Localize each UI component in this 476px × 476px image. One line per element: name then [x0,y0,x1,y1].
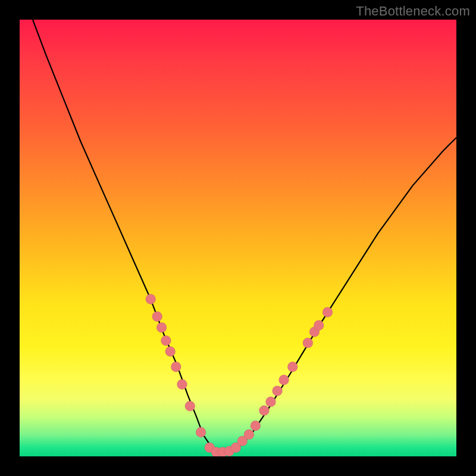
data-dot [244,430,254,440]
chart-frame: TheBottleneck.com [0,0,476,476]
data-dot [266,397,276,407]
data-dot [165,346,176,356]
data-dot [161,336,171,346]
data-dot [322,307,333,317]
chart-svg [20,20,456,456]
data-dot [303,338,313,348]
data-dot [146,294,156,304]
plot-area [20,20,456,456]
data-dot [279,375,289,385]
data-dot [171,362,181,372]
data-dot [156,322,167,333]
data-dots [146,294,333,456]
data-dot [177,379,187,389]
watermark-text: TheBottleneck.com [356,4,470,19]
data-dot [250,421,261,431]
data-dot [185,401,195,411]
bottleneck-curve [33,20,456,452]
data-dot [152,312,162,322]
data-dot [273,386,283,396]
data-dot [287,362,298,372]
data-dot [259,405,270,415]
data-dot [196,427,206,437]
data-dot [314,320,324,330]
